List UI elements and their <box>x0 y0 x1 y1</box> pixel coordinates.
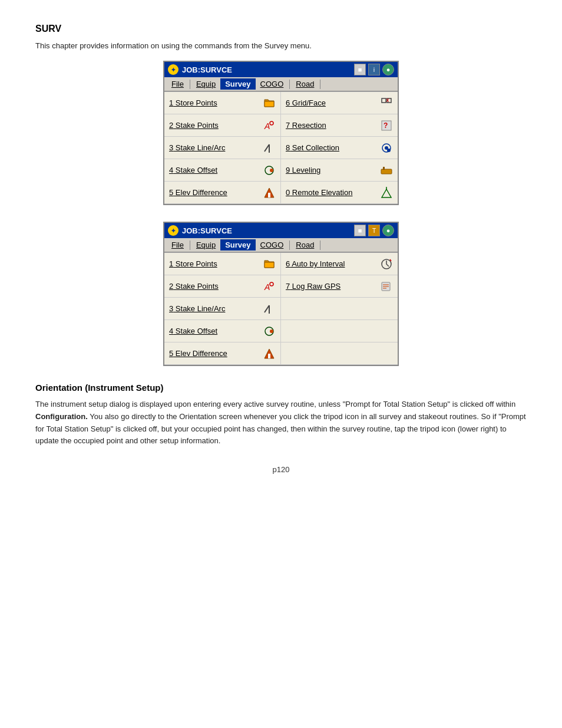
titlebar-btn-square-1[interactable]: ■ <box>354 64 366 75</box>
svg-point-12 <box>387 149 391 152</box>
menu-file-1[interactable]: File <box>167 78 189 90</box>
line-icon-2 <box>263 302 276 315</box>
svg-point-14 <box>270 169 273 172</box>
menu-item-set-collection-1[interactable]: 8 Set Collection <box>281 137 398 159</box>
svg-marker-19 <box>382 189 391 197</box>
leveling-icon-1 <box>380 164 393 177</box>
titlebar-btn-green-2[interactable]: ● <box>382 225 394 236</box>
svg-rect-34 <box>268 354 270 358</box>
menu-cogo-1[interactable]: COGO <box>256 78 289 90</box>
survey-menu-window-2: ✦ JOB:SURVCE ■ T ● File Equip Survey COG… <box>163 222 399 366</box>
menu-item-stake-points-2[interactable]: 2 Stake Points A <box>164 275 281 298</box>
folder-icon-2 <box>263 258 276 271</box>
titlebar-btn-square-2[interactable]: ■ <box>354 225 366 236</box>
menu-item-stake-line-1[interactable]: 3 Stake Line/Arc <box>164 137 281 159</box>
offset-icon-1 <box>263 164 276 177</box>
sep-4 <box>190 241 190 250</box>
folder-icon-1 <box>263 97 276 110</box>
menu-item-label-remote-1: 0 Remote Elevation <box>286 188 376 197</box>
menu-grid-2: 1 Store Points 6 Auto by Interval 2 Stak… <box>164 252 398 365</box>
menu-item-stake-points-1[interactable]: 2 Stake Points A <box>164 114 281 137</box>
menu-equip-2[interactable]: Equip <box>191 239 220 251</box>
menu-item-label-log-2: 7 Log Raw GPS <box>286 282 376 291</box>
stake-icon-1: A <box>263 119 276 132</box>
auto-icon-2 <box>380 258 393 271</box>
titlebar-icon-1: ✦ <box>168 64 178 75</box>
menu-item-label-elev-1: 5 Elev Difference <box>169 188 259 197</box>
menu-item-empty-2b <box>281 320 398 342</box>
menu-item-label-store-2: 1 Store Points <box>169 259 259 268</box>
menu-item-store-points-2[interactable]: 1 Store Points <box>164 253 281 275</box>
menu-item-elev-diff-2[interactable]: 5 Elev Difference <box>164 342 281 365</box>
menu-item-leveling-1[interactable]: 9 Leveling <box>281 159 398 182</box>
titlebar-buttons-1: ■ i ● <box>354 64 394 75</box>
menu-item-label-store-1: 1 Store Points <box>169 98 259 107</box>
elev-icon-2 <box>263 347 276 360</box>
menu-item-empty-2a <box>281 298 398 320</box>
menu-item-log-gps-2[interactable]: 7 Log Raw GPS <box>281 275 398 298</box>
titlebar-2: ✦ JOB:SURVCE ■ T ● <box>164 223 398 238</box>
svg-text:A: A <box>264 121 270 131</box>
menu-item-stake-offset-2[interactable]: 4 Stake Offset <box>164 320 281 342</box>
intro-text: This chapter provides information on usi… <box>35 41 527 50</box>
titlebar-btn-orange-2[interactable]: T <box>368 225 380 236</box>
menu-item-label-stake-2: 2 Stake Points <box>169 282 259 291</box>
titlebar-buttons-2: ■ T ● <box>354 225 394 236</box>
menu-cogo-2[interactable]: COGO <box>256 239 289 251</box>
menu-item-label-resection-1: 7 Resection <box>286 121 376 130</box>
resection-icon-1: ? <box>380 119 393 132</box>
remote-icon-1 <box>380 186 393 199</box>
menu-item-empty-2c <box>281 342 398 365</box>
menu-item-stake-offset-1[interactable]: 4 Stake Offset <box>164 159 281 182</box>
svg-point-5 <box>270 121 273 125</box>
menu-equip-1[interactable]: Equip <box>191 78 220 90</box>
svg-rect-16 <box>383 167 385 170</box>
titlebar-label-1: JOB:SURVCE <box>182 65 351 74</box>
offset-icon-2 <box>263 325 276 338</box>
svg-rect-0 <box>382 98 386 103</box>
titlebar-icon-2: ✦ <box>168 225 178 236</box>
svg-line-29 <box>265 305 269 312</box>
menu-road-1[interactable]: Road <box>291 78 319 90</box>
menu-item-label-auto-2: 6 Auto by Interval <box>286 259 376 268</box>
orientation-heading: Orientation (Instrument Setup) <box>35 383 527 393</box>
menu-item-remote-elev-1[interactable]: 0 Remote Elevation <box>281 182 398 204</box>
menu-item-label-stake-1: 2 Stake Points <box>169 121 259 130</box>
grid-icon-1 <box>380 97 393 110</box>
line-icon-1 <box>263 141 276 154</box>
page-title: SURV <box>35 24 527 34</box>
menu-item-store-points-1[interactable]: 1 Store Points <box>164 92 281 114</box>
menu-file-2[interactable]: File <box>167 239 189 251</box>
menu-item-label-stakeline-1: 3 Stake Line/Arc <box>169 143 259 152</box>
svg-point-24 <box>270 282 273 286</box>
menu-item-label-grid-1: 6 Grid/Face <box>286 98 376 107</box>
sep-1 <box>190 80 190 89</box>
svg-line-8 <box>265 144 269 151</box>
sep-3 <box>320 80 320 89</box>
menu-road-2[interactable]: Road <box>291 239 319 251</box>
menu-item-auto-interval-2[interactable]: 6 Auto by Interval <box>281 253 398 275</box>
svg-point-32 <box>270 330 273 333</box>
setcoll-icon-1 <box>380 141 393 154</box>
menu-item-label-offset-1: 4 Stake Offset <box>169 166 259 174</box>
sep-6 <box>320 241 320 250</box>
menu-item-grid-face-1[interactable]: 6 Grid/Face <box>281 92 398 114</box>
menu-grid-1: 1 Store Points 6 Grid/Face 2 Stake Point… <box>164 91 398 204</box>
menu-survey-2[interactable]: Survey <box>220 239 255 251</box>
menu-item-label-offset-2: 4 Stake Offset <box>169 327 259 335</box>
survey-menu-window-1: ✦ JOB:SURVCE ■ i ● File Equip Survey COG… <box>163 61 399 205</box>
log-icon-2 <box>380 280 393 293</box>
menu-item-elev-diff-1[interactable]: 5 Elev Difference <box>164 182 281 204</box>
titlebar-1: ✦ JOB:SURVCE ■ i ● <box>164 62 398 77</box>
svg-rect-18 <box>268 193 270 197</box>
menu-item-resection-1[interactable]: 7 Resection ? <box>281 114 398 137</box>
titlebar-btn-green-1[interactable]: ● <box>382 64 394 75</box>
sep-5 <box>289 241 290 250</box>
menu-item-label-elev-2: 5 Elev Difference <box>169 349 259 358</box>
menu-item-stake-line-2[interactable]: 3 Stake Line/Arc <box>164 298 281 320</box>
menu-item-label-stakeline-2: 3 Stake Line/Arc <box>169 304 259 313</box>
menu-survey-1[interactable]: Survey <box>220 78 255 90</box>
titlebar-btn-blue-1[interactable]: i <box>368 64 380 75</box>
svg-rect-15 <box>381 169 392 174</box>
titlebar-label-2: JOB:SURVCE <box>182 226 351 235</box>
